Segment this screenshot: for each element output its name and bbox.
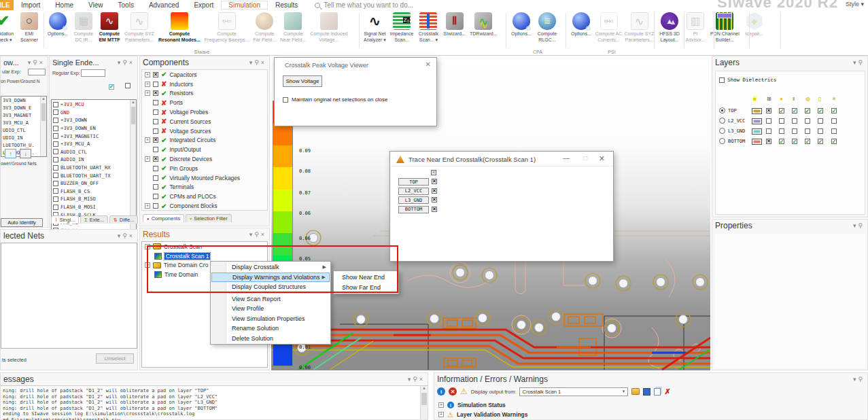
layer-vis-checkbox[interactable] [818, 108, 823, 113]
layer-color-swatch[interactable] [752, 108, 762, 114]
panel-controls[interactable]: ▾⚲× [408, 376, 425, 383]
component-checkbox[interactable] [153, 184, 158, 190]
siwizard-button[interactable]: SIwizard... [441, 10, 468, 43]
crosstalk-scan-button[interactable]: CrosstalkScan... ▾ [415, 10, 441, 43]
panel-controls[interactable]: ▾⚲× [118, 59, 135, 66]
tdrwizard-button[interactable]: TDRwizard... [468, 10, 499, 43]
component-checkbox[interactable] [153, 137, 158, 143]
panel-controls[interactable]: ▾⚲ [853, 376, 865, 383]
ribbon-tab-home[interactable]: Home [48, 1, 81, 10]
net-checkbox[interactable] [53, 205, 58, 210]
net-checkbox[interactable] [53, 157, 58, 162]
regex-input[interactable] [81, 69, 105, 77]
tab-exte[interactable]: ΣExte... [80, 215, 108, 224]
expand-icon[interactable]: + [145, 137, 150, 143]
layer-vis-checkbox[interactable] [831, 139, 837, 144]
net-checkbox[interactable] [53, 109, 58, 115]
component-checkbox[interactable] [153, 175, 158, 181]
layer-checkbox-bottom[interactable] [432, 207, 437, 212]
layer-vis-checkbox[interactable] [805, 128, 810, 134]
copy-icon[interactable] [654, 388, 661, 396]
info-filter-icon[interactable]: i [437, 387, 445, 396]
layer-color-swatch[interactable] [752, 118, 762, 124]
impedance-scan-button[interactable]: ImpedanceScan... [388, 10, 416, 43]
component-tree-row[interactable]: ✘Voltage Sources [142, 126, 267, 136]
layer-vis-checkbox[interactable] [831, 128, 837, 134]
show-voltage-button[interactable]: Show Voltage [283, 75, 322, 87]
ribbon-tab-tools[interactable]: Tools [111, 1, 141, 10]
component-checkbox[interactable] [153, 147, 158, 152]
expand-icon[interactable]: + [145, 156, 150, 162]
info-tree-row[interactable]: +iSimulation Status [438, 400, 865, 410]
net-row[interactable]: AUDIO_CTL [52, 148, 136, 156]
regex-input[interactable] [28, 69, 46, 75]
layer-vis-checkbox[interactable] [779, 108, 784, 113]
tell-me-search[interactable]: Tell me what you want to do... [315, 1, 413, 9]
net-checkbox[interactable] [53, 188, 58, 194]
layer-row-bottom[interactable]: BOTTOM [716, 137, 865, 146]
layer-button-l3_gnd[interactable]: L3_GND [398, 196, 429, 204]
scrollbar[interactable]: ▲ [40, 97, 46, 156]
panel-controls[interactable]: ▾⚲× [249, 59, 266, 66]
all-layers-checkbox[interactable] [431, 170, 436, 175]
component-checkbox[interactable] [153, 203, 158, 209]
layer-radio[interactable] [719, 118, 725, 124]
ribbon-tab-results[interactable]: Results [268, 1, 305, 10]
menu-item-display-coupled-structures[interactable]: Display Coupled Structures [211, 282, 330, 292]
layer-row-l2_vcc[interactable]: L2_VCC [716, 117, 865, 126]
options-cpa-button[interactable]: Options... [508, 10, 534, 43]
menu-item-view-profile[interactable]: View Profile [211, 304, 330, 314]
layer-vis-checkbox[interactable] [792, 118, 797, 124]
net-row[interactable]: GND [52, 109, 136, 117]
hfss-3d-layout-button[interactable]: HFSS 3DLayout... [657, 10, 682, 43]
component-checkbox[interactable] [153, 100, 158, 105]
net-row[interactable]: FLASH_B_MISO [52, 195, 136, 203]
layer-color-swatch[interactable] [752, 139, 762, 145]
component-checkbox[interactable] [153, 156, 158, 162]
save-icon[interactable] [643, 388, 650, 396]
component-tree-row[interactable]: +✔Integrated Circuits [142, 136, 267, 145]
move-down-button[interactable]: ↓ [20, 149, 31, 158]
component-checkbox[interactable] [153, 90, 158, 96]
ribbon-tab-advanced[interactable]: Advanced [141, 1, 186, 10]
net-list[interactable]: ▲ +3V3_MCUGND+3V3_DOWN+3V3_DOWN_EN+3V3_M… [51, 99, 137, 233]
panel-controls[interactable]: ▾⚲ [853, 59, 865, 66]
menu-item-view-scan-report[interactable]: View Scan Report [211, 294, 330, 304]
net-row[interactable]: +3V3_MCU_A [52, 140, 136, 148]
layer-vis-checkbox[interactable] [805, 139, 810, 144]
component-tree-row[interactable]: +✔Resistors [142, 89, 267, 99]
layer-button-bottom[interactable]: BOTTOM [398, 206, 429, 213]
net-checkbox[interactable] [53, 102, 58, 107]
component-tree-row[interactable]: ✘Current Sources [142, 117, 267, 126]
layer-vis-checkbox[interactable] [792, 108, 797, 113]
validation-check-button[interactable]: ValidationCheck ▾ [0, 10, 16, 43]
component-tree-row[interactable]: ✔Input/Output [142, 145, 267, 154]
style-dropdown[interactable]: Style ▾ [846, 1, 864, 7]
component-checkbox[interactable] [153, 128, 158, 134]
tab-diffe[interactable]: ⇅Diffe... [109, 215, 138, 224]
non-power-ground-list[interactable]: ▲ 3V3_DOWN3V3_DOWN_E3V3_MAGNET3V3_MCU_AU… [1, 96, 47, 157]
layer-checkbox-l3_gnd[interactable] [432, 197, 437, 203]
layer-main-checkbox[interactable] [766, 108, 771, 113]
expand-icon[interactable]: + [145, 90, 150, 96]
expand-icon[interactable]: + [145, 203, 150, 209]
net-checkbox[interactable] [53, 173, 58, 178]
net-row[interactable]: BUZZER_ON_OFF [52, 179, 136, 188]
net-row[interactable]: FLASH_B_MOSI [52, 203, 136, 211]
move-up-button[interactable]: ↑ [5, 149, 16, 158]
component-tree-row[interactable]: ✘Voltage Probes [142, 107, 267, 117]
layer-vis-checkbox[interactable] [792, 128, 797, 134]
net-row[interactable]: +3V3_DOWN [52, 116, 136, 124]
signal-net-analyzer-button[interactable]: Signal NetAnalyzer ▾ [362, 10, 388, 43]
net-row[interactable]: +3V3_DOWN_EN [52, 124, 136, 133]
component-tree-row[interactable]: +✔Component Blocks [142, 201, 267, 211]
net-checkbox[interactable] [53, 181, 58, 186]
layer-vis-checkbox[interactable] [792, 139, 797, 144]
uncheck-all-button[interactable] [125, 83, 131, 88]
maximize-icon[interactable]: □ [583, 154, 587, 162]
component-tree-row[interactable]: ✔Pin Groups [142, 164, 267, 173]
expand-icon[interactable]: + [145, 82, 150, 87]
expand-icon[interactable]: + [438, 402, 444, 408]
show-dielectrics-checkbox[interactable] [719, 77, 725, 83]
file-tab[interactable]: FILE [0, 0, 14, 10]
